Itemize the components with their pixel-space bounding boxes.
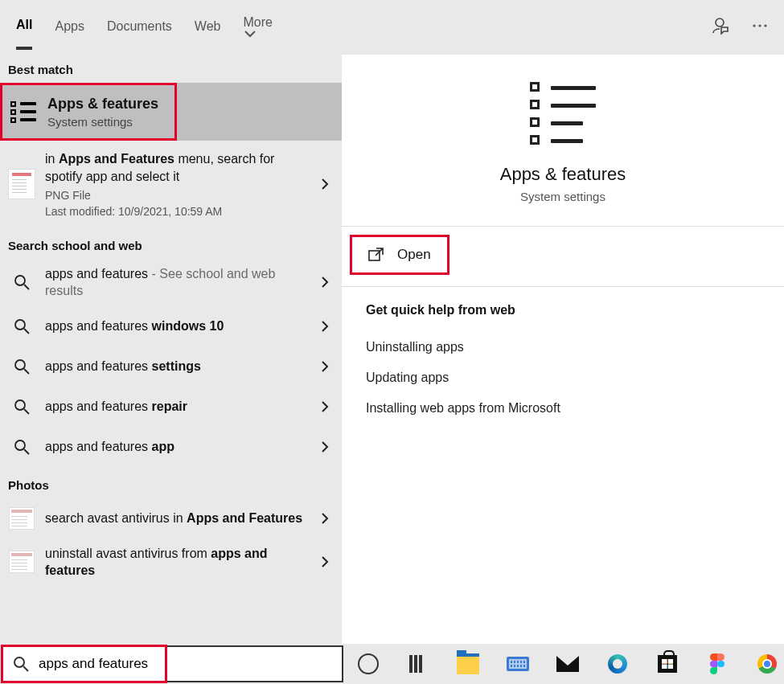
svg-line-12 <box>24 449 29 454</box>
svg-line-6 <box>24 329 29 334</box>
chevron-down-icon <box>244 30 256 38</box>
feedback-icon[interactable] <box>710 17 729 35</box>
chevron-right-icon <box>321 512 329 525</box>
apps-features-large-icon <box>530 82 596 146</box>
more-options-icon[interactable] <box>752 23 768 28</box>
svg-point-11 <box>15 440 25 450</box>
svg-point-3 <box>15 276 25 285</box>
help-link[interactable]: Uninstalling apps <box>366 332 760 362</box>
photo-result[interactable]: uninstall avast antivirus from apps and … <box>0 539 342 586</box>
svg-line-8 <box>24 369 29 374</box>
chevron-right-icon <box>321 440 329 453</box>
help-header: Get quick help from web <box>366 303 760 317</box>
search-results-panel: Best match Apps & features System settin… <box>0 51 342 644</box>
search-icon <box>13 656 29 672</box>
photo-result-text: uninstall avast antivirus from apps and … <box>45 545 311 580</box>
on-screen-keyboard-icon[interactable] <box>506 652 530 676</box>
svg-point-7 <box>15 360 25 370</box>
chevron-right-icon <box>321 276 329 289</box>
svg-point-1 <box>758 24 761 27</box>
best-match-result[interactable]: Apps & features System settings <box>0 83 177 141</box>
chrome-icon[interactable] <box>755 652 779 676</box>
web-result-text: apps and features repair <box>45 398 311 416</box>
search-icon <box>8 353 35 380</box>
web-result-text: apps and features windows 10 <box>45 317 311 335</box>
tab-apps[interactable]: Apps <box>55 3 84 48</box>
figma-icon[interactable] <box>705 652 729 676</box>
cortana-icon[interactable] <box>356 652 380 676</box>
chevron-right-icon <box>321 400 329 413</box>
file-explorer-icon[interactable] <box>456 652 480 676</box>
mail-icon[interactable] <box>556 652 580 676</box>
svg-point-0 <box>753 24 755 27</box>
web-result[interactable]: apps and features - See school and web r… <box>0 259 342 306</box>
web-result[interactable]: apps and features repair <box>0 387 342 427</box>
search-input[interactable] <box>37 655 332 673</box>
web-result[interactable]: apps and features settings <box>0 346 342 387</box>
result-preview-panel: Apps & features System settings Open Get… <box>342 55 784 644</box>
photo-thumbnail-icon <box>8 505 35 532</box>
svg-line-15 <box>23 666 28 671</box>
svg-rect-13 <box>369 251 380 260</box>
help-link[interactable]: Installing web apps from Microsoft <box>366 393 760 424</box>
file-result-type: PNG File <box>45 189 311 202</box>
chevron-right-icon <box>321 360 329 373</box>
chevron-right-icon <box>321 555 329 568</box>
edge-icon[interactable] <box>605 652 630 676</box>
svg-point-2 <box>764 24 766 27</box>
tab-web[interactable]: Web <box>195 3 221 48</box>
photo-result-text: search avast antivirus in Apps and Featu… <box>45 510 311 527</box>
preview-title: Apps & features <box>500 164 626 185</box>
chevron-right-icon <box>321 178 329 190</box>
open-label: Open <box>397 247 431 263</box>
search-box[interactable] <box>2 645 343 682</box>
tab-all[interactable]: All <box>16 2 32 50</box>
search-icon <box>8 393 35 420</box>
web-result-text: apps and features app <box>45 438 311 456</box>
section-search-web: Search school and web <box>0 227 342 259</box>
web-result[interactable]: apps and features app <box>0 427 342 467</box>
svg-point-14 <box>14 657 24 667</box>
search-icon <box>8 268 35 296</box>
task-view-icon[interactable] <box>406 652 430 676</box>
web-result-text: apps and features - See school and web r… <box>45 265 311 300</box>
search-icon <box>8 433 35 461</box>
help-link[interactable]: Updating apps <box>366 362 760 393</box>
file-result[interactable]: in Apps and Features menu, search for sp… <box>0 141 342 227</box>
best-match-subtitle: System settings <box>47 115 158 129</box>
photo-thumbnail-icon <box>8 548 35 575</box>
svg-point-5 <box>15 320 25 330</box>
apps-features-icon <box>10 101 36 122</box>
section-best-match: Best match <box>0 51 342 83</box>
chevron-right-icon <box>321 320 329 333</box>
file-result-title: in Apps and Features menu, search for sp… <box>45 150 311 185</box>
open-button[interactable]: Open <box>350 235 449 275</box>
svg-point-9 <box>15 400 25 410</box>
microsoft-store-icon[interactable] <box>655 652 679 676</box>
search-filter-tabs: All Apps Documents Web More <box>0 0 784 51</box>
preview-subtitle: System settings <box>520 190 605 203</box>
search-icon <box>8 313 35 340</box>
svg-line-4 <box>24 285 29 289</box>
web-result[interactable]: apps and features windows 10 <box>0 306 342 346</box>
best-match-title: Apps & features <box>47 95 158 113</box>
tab-more[interactable]: More <box>243 0 272 52</box>
taskbar <box>343 644 784 684</box>
web-result-text: apps and features settings <box>45 358 311 375</box>
section-photos: Photos <box>0 467 342 498</box>
png-thumbnail-icon <box>8 170 35 198</box>
open-external-icon <box>368 248 384 262</box>
photo-result[interactable]: search avast antivirus in Apps and Featu… <box>0 498 342 539</box>
svg-line-10 <box>24 409 29 414</box>
file-result-modified: Last modified: 10/9/2021, 10:59 AM <box>45 205 311 218</box>
tab-documents[interactable]: Documents <box>107 3 172 48</box>
